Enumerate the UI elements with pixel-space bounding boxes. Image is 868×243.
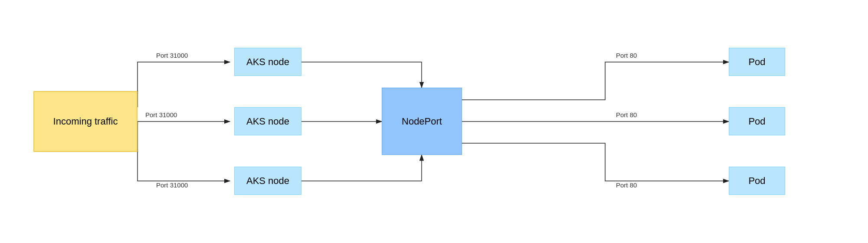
aks-node-top: AKS node [234,48,301,76]
pod-node-top: Pod [729,48,785,76]
incoming-traffic-label: Incoming traffic [53,116,118,127]
line-nodeport-pod-top [462,62,729,100]
diagram-container: Port 31000 Port 31000 Port 31000 Port 80… [0,0,868,243]
line-incoming-aks-bot [138,122,230,181]
aks-mid-label: AKS node [246,116,289,127]
incoming-traffic-node: Incoming traffic [33,91,138,152]
pod-top-label: Pod [748,56,765,68]
pod-node-mid: Pod [729,107,785,135]
aks-node-bot: AKS node [234,167,301,195]
port-label-bot: Port 31000 [156,181,188,189]
port80-label-top: Port 80 [616,52,637,59]
port-label-mid: Port 31000 [145,111,177,118]
port80-label-mid: Port 80 [616,111,637,118]
port-label-top: Port 31000 [156,52,188,59]
line-incoming-aks-top [138,62,230,107]
port80-label-bot: Port 80 [616,181,637,189]
aks-node-mid: AKS node [234,107,301,135]
line-nodeport-pod-bot [462,143,729,181]
aks-bot-label: AKS node [246,175,289,187]
pod-bot-label: Pod [748,175,765,187]
pod-node-bot: Pod [729,167,785,195]
nodeport-label: NodePort [402,116,442,127]
line-aks-bot-nodeport [301,155,422,181]
line-aks-top-nodeport [301,62,422,88]
nodeport-node: NodePort [382,88,462,155]
pod-mid-label: Pod [748,116,765,127]
aks-top-label: AKS node [246,56,289,68]
